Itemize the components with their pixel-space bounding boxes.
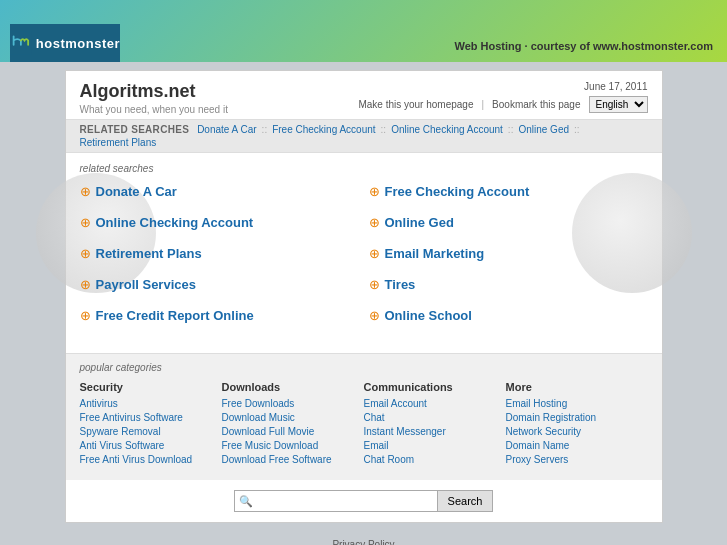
site-tagline: What you need, when you need it	[80, 104, 228, 115]
search-button[interactable]: Search	[438, 490, 494, 512]
arrow-icon: ⊕	[369, 277, 380, 292]
cat-link-spyware[interactable]: Spyware Removal	[80, 426, 222, 437]
related-item-col2-0: ⊕ Free Checking Account	[369, 184, 648, 199]
arrow-icon: ⊕	[80, 246, 91, 261]
related-bar-item-3[interactable]: Online Ged	[518, 124, 569, 135]
category-col-comms: Communications Email Account Chat Instan…	[364, 381, 506, 468]
related-bar-item-1[interactable]: Free Checking Account	[272, 124, 375, 135]
sep: ::	[508, 124, 514, 135]
search-icon: 🔍	[235, 493, 257, 510]
search-input-wrap: 🔍	[234, 490, 438, 512]
make-homepage-link[interactable]: Make this your homepage	[358, 99, 473, 110]
related-link-col1-1[interactable]: Online Checking Account	[96, 215, 254, 230]
top-banner: hostmonster Web Hosting · courtesy of ww…	[0, 0, 727, 62]
cat-link-email[interactable]: Email	[364, 440, 506, 451]
bookmark-link[interactable]: Bookmark this page	[492, 99, 580, 110]
related-link-col2-0[interactable]: Free Checking Account	[385, 184, 530, 199]
related-bar-item-0[interactable]: Donate A Car	[197, 124, 256, 135]
search-section: 🔍 Search	[66, 480, 662, 522]
site-header-right: June 17, 2011 Make this your homepage | …	[358, 81, 647, 113]
related-link-col2-1[interactable]: Online Ged	[385, 215, 454, 230]
related-item-col2-2: ⊕ Email Marketing	[369, 246, 648, 261]
related-bar-item-2[interactable]: Online Checking Account	[391, 124, 503, 135]
related-col-2: ⊕ Free Checking Account ⊕ Online Ged ⊕ E…	[369, 184, 648, 339]
cat-link-free-dl[interactable]: Free Downloads	[222, 398, 364, 409]
cat-link-network-sec[interactable]: Network Security	[506, 426, 648, 437]
cat-link-free-av-dl[interactable]: Free Anti Virus Download	[80, 454, 222, 465]
category-heading-more: More	[506, 381, 648, 393]
arrow-icon: ⊕	[80, 184, 91, 199]
related-item-col1-4: ⊕ Free Credit Report Online	[80, 308, 359, 323]
language-select[interactable]: English	[589, 96, 648, 113]
category-col-downloads: Downloads Free Downloads Download Music …	[222, 381, 364, 468]
site-header-links: Make this your homepage | Bookmark this …	[358, 96, 647, 113]
cat-link-dl-music[interactable]: Download Music	[222, 412, 364, 423]
cat-link-dl-free-sw[interactable]: Download Free Software	[222, 454, 364, 465]
divider: |	[482, 99, 485, 110]
related-item-col2-4: ⊕ Online School	[369, 308, 648, 323]
related-item-col1-0: ⊕ Donate A Car	[80, 184, 359, 199]
cat-link-domain-reg[interactable]: Domain Registration	[506, 412, 648, 423]
related-item-col1-3: ⊕ Payroll Services	[80, 277, 359, 292]
categories-grid: Security Antivirus Free Antivirus Softwa…	[80, 381, 648, 468]
related-item-col2-3: ⊕ Tires	[369, 277, 648, 292]
category-col-more: More Email Hosting Domain Registration N…	[506, 381, 648, 468]
cat-link-proxy[interactable]: Proxy Servers	[506, 454, 648, 465]
main-wrapper: Algoritms.net What you need, when you ne…	[0, 62, 727, 531]
related-searches-section: related searches ⊕ Donate A Car ⊕ Online…	[66, 153, 662, 353]
site-title: Algoritms.net	[80, 81, 228, 102]
related-link-col1-3[interactable]: Payroll Services	[96, 277, 196, 292]
category-heading-security: Security	[80, 381, 222, 393]
cat-link-av-software[interactable]: Anti Virus Software	[80, 440, 222, 451]
arrow-icon: ⊕	[80, 277, 91, 292]
popular-title: popular categories	[80, 362, 648, 373]
sep: ::	[262, 124, 268, 135]
related-item-col2-1: ⊕ Online Ged	[369, 215, 648, 230]
site-info: Algoritms.net What you need, when you ne…	[80, 81, 228, 115]
search-input[interactable]	[257, 491, 437, 511]
category-heading-downloads: Downloads	[222, 381, 364, 393]
cat-link-instant-msg[interactable]: Instant Messenger	[364, 426, 506, 437]
related-link-col2-2[interactable]: Email Marketing	[385, 246, 485, 261]
related-searches-bar: RELATED SEARCHES Donate A Car :: Free Ch…	[66, 119, 662, 153]
arrow-icon: ⊕	[369, 184, 380, 199]
arrow-icon: ⊕	[369, 308, 380, 323]
related-link-col2-3[interactable]: Tires	[385, 277, 416, 292]
category-col-security: Security Antivirus Free Antivirus Softwa…	[80, 381, 222, 468]
hosting-credit: Web Hosting · courtesy of www.hostmonste…	[454, 40, 713, 52]
site-header: Algoritms.net What you need, when you ne…	[66, 71, 662, 119]
hostmonster-logo: hostmonster	[10, 24, 120, 62]
site-date: June 17, 2011	[358, 81, 647, 92]
sep: ::	[574, 124, 580, 135]
related-link-col1-2[interactable]: Retirement Plans	[96, 246, 202, 261]
related-item-col1-1: ⊕ Online Checking Account	[80, 215, 359, 230]
related-bar-item-4[interactable]: Retirement Plans	[80, 137, 157, 148]
footer: Privacy Policy	[0, 531, 727, 545]
arrow-icon: ⊕	[80, 215, 91, 230]
related-searches-title: related searches	[80, 163, 648, 174]
related-link-col1-4[interactable]: Free Credit Report Online	[96, 308, 254, 323]
category-heading-comms: Communications	[364, 381, 506, 393]
related-link-col1-0[interactable]: Donate A Car	[96, 184, 177, 199]
related-col-1: ⊕ Donate A Car ⊕ Online Checking Account…	[80, 184, 359, 339]
cat-link-chat[interactable]: Chat	[364, 412, 506, 423]
cat-link-email-account[interactable]: Email Account	[364, 398, 506, 409]
content-box: Algoritms.net What you need, when you ne…	[65, 70, 663, 523]
cat-link-dl-movie[interactable]: Download Full Movie	[222, 426, 364, 437]
related-item-col1-2: ⊕ Retirement Plans	[80, 246, 359, 261]
cat-link-free-av-sw[interactable]: Free Antivirus Software	[80, 412, 222, 423]
cat-link-email-hosting[interactable]: Email Hosting	[506, 398, 648, 409]
arrow-icon: ⊕	[369, 215, 380, 230]
logo-text: hostmonster	[36, 36, 120, 51]
cat-link-antivirus[interactable]: Antivirus	[80, 398, 222, 409]
cat-link-domain-name[interactable]: Domain Name	[506, 440, 648, 451]
related-link-col2-4[interactable]: Online School	[385, 308, 472, 323]
related-label: RELATED SEARCHES	[80, 124, 190, 135]
popular-categories-section: popular categories Security Antivirus Fr…	[66, 353, 662, 480]
cat-link-free-music-dl[interactable]: Free Music Download	[222, 440, 364, 451]
sep: ::	[381, 124, 387, 135]
arrow-icon: ⊕	[369, 246, 380, 261]
cat-link-chat-room[interactable]: Chat Room	[364, 454, 506, 465]
privacy-policy-link[interactable]: Privacy Policy	[332, 539, 394, 545]
arrow-icon: ⊕	[80, 308, 91, 323]
